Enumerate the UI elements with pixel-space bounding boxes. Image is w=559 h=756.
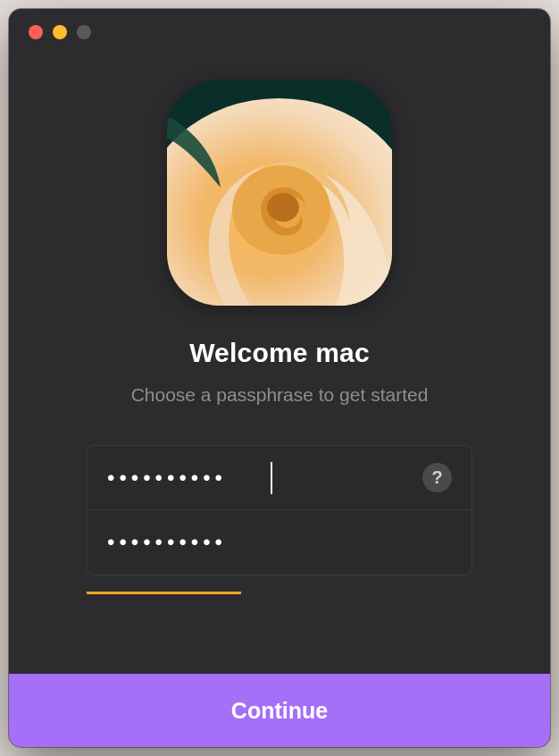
maximize-window-button [77,25,91,39]
confirm-passphrase-input[interactable] [107,530,452,555]
password-strength-bar [87,592,241,594]
passphrase-field-row: ? [88,446,471,510]
app-window: Welcome mac Choose a passphrase to get s… [9,9,550,747]
main-content: Welcome mac Choose a passphrase to get s… [9,45,550,674]
user-avatar [167,80,392,306]
passphrase-help-button[interactable]: ? [422,463,452,492]
confirm-passphrase-field-row [88,510,471,575]
password-strength-meter [87,592,472,594]
continue-button[interactable]: Continue [9,674,550,747]
passphrase-form: ? [87,445,472,575]
welcome-title: Welcome mac [189,338,370,368]
passphrase-input[interactable] [107,466,422,491]
close-window-button[interactable] [29,25,43,39]
welcome-subtitle: Choose a passphrase to get started [131,384,429,406]
window-controls [9,9,550,45]
svg-point-3 [267,193,299,222]
text-cursor-icon [271,462,272,494]
rose-avatar-icon [167,80,392,306]
minimize-window-button[interactable] [53,25,67,39]
